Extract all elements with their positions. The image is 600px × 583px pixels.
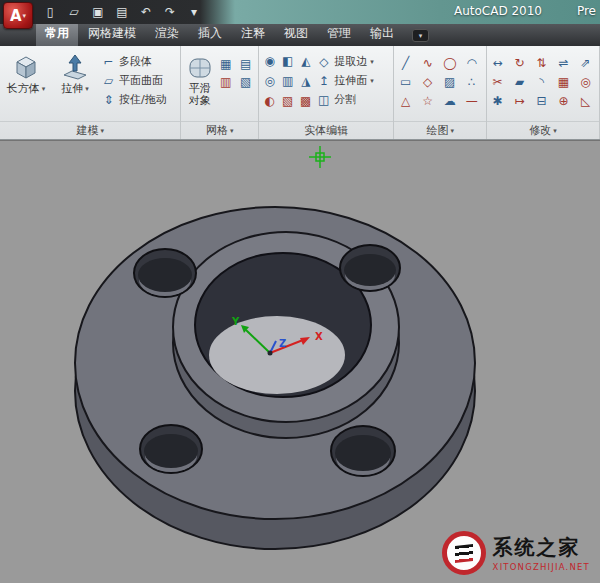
planar-surface-button[interactable]: ▱ 平面曲面 bbox=[101, 73, 167, 88]
box-icon bbox=[11, 51, 41, 83]
tab-mesh-modeling[interactable]: 网格建模 bbox=[79, 22, 145, 46]
tab-view[interactable]: 视图 bbox=[275, 22, 317, 46]
plot-icon[interactable]: ▤ bbox=[114, 3, 130, 20]
extrude-icon bbox=[60, 51, 90, 83]
box-button-label: 长方体 bbox=[7, 83, 40, 95]
explode-icon[interactable]: ✱ bbox=[490, 93, 505, 108]
presspull-button[interactable]: ⇕ 按住/拖动 bbox=[101, 92, 167, 107]
chevron-down-icon: ▾ bbox=[370, 77, 374, 85]
svg-text:Y: Y bbox=[231, 316, 240, 327]
panel-mesh: 平滑 对象 ▦ ▤ ▥ ▧ 网格 ▾ bbox=[181, 46, 259, 139]
separate-icon: ◫ bbox=[316, 92, 331, 107]
hatch-icon[interactable]: ▨ bbox=[442, 74, 457, 89]
subtract-icon[interactable]: ◎ bbox=[262, 73, 277, 88]
undo-icon[interactable]: ↶ bbox=[138, 3, 154, 20]
panel-title-modeling[interactable]: 建模 ▾ bbox=[0, 121, 180, 138]
line-icon[interactable]: ╱ bbox=[398, 55, 413, 70]
extrude-faces-icon: ↥ bbox=[316, 73, 331, 88]
thicken-icon[interactable]: ▥ bbox=[280, 73, 295, 88]
ribbon-minimize-button[interactable]: ▾ bbox=[412, 29, 429, 42]
mesh-refine-icon[interactable]: ▥ bbox=[218, 74, 233, 89]
open-file-icon[interactable]: ▱ bbox=[66, 3, 82, 20]
shell-icon[interactable]: ▩ bbox=[298, 93, 313, 108]
extrude-button[interactable]: 拉伸 ▾ bbox=[52, 48, 98, 95]
mesh-smooth-more-icon[interactable]: ▦ bbox=[218, 56, 233, 71]
extrude-faces-button[interactable]: ↥ 拉伸面 ▾ bbox=[316, 73, 374, 88]
polygon-icon[interactable]: ◇ bbox=[420, 74, 435, 89]
tab-render[interactable]: 渲染 bbox=[146, 22, 188, 46]
extend-icon[interactable]: ↦ bbox=[512, 93, 527, 108]
panel-title-solid-editing[interactable]: 实体编辑 bbox=[259, 121, 393, 138]
arc-icon[interactable]: ◠ bbox=[464, 55, 479, 70]
panel-title-modify[interactable]: 修改 ▾ bbox=[487, 121, 599, 138]
trim-icon[interactable]: ✂ bbox=[490, 74, 505, 89]
window-title-suffix: Pre bbox=[577, 4, 596, 18]
fillet-icon[interactable]: ◝ bbox=[534, 74, 549, 89]
mesh-smooth-less-icon[interactable]: ▤ bbox=[238, 56, 253, 71]
qat-dropdown-icon[interactable]: ▾ bbox=[186, 3, 202, 20]
svg-text:X: X bbox=[315, 331, 323, 342]
rotate-icon[interactable]: ↻ bbox=[512, 55, 527, 70]
interfere-icon[interactable]: ▧ bbox=[280, 93, 295, 108]
break-icon[interactable]: ⊟ bbox=[534, 93, 549, 108]
mesh-crease-icon[interactable]: ▧ bbox=[238, 74, 253, 89]
star-icon[interactable]: ☆ bbox=[420, 93, 435, 108]
array-icon[interactable]: ▦ bbox=[556, 74, 571, 89]
tab-annotate[interactable]: 注释 bbox=[232, 22, 274, 46]
tab-home[interactable]: 常用 bbox=[36, 22, 78, 46]
point-icon[interactable]: ∴ bbox=[464, 74, 479, 89]
extract-edges-button[interactable]: ◇ 提取边 ▾ bbox=[316, 54, 374, 69]
new-file-icon[interactable]: ▯ bbox=[42, 3, 58, 20]
extract-edges-icon: ◇ bbox=[316, 54, 331, 69]
crosshair-icon bbox=[309, 146, 331, 168]
save-file-icon[interactable]: ▣ bbox=[90, 3, 106, 20]
tab-output[interactable]: 输出 bbox=[361, 22, 403, 46]
ribbon: 长方体 ▾ 拉伸 ▾ bbox=[0, 46, 600, 140]
tab-insert[interactable]: 插入 bbox=[189, 22, 231, 46]
panel-title-mesh[interactable]: 网格 ▾ bbox=[181, 121, 258, 138]
triangle-icon[interactable]: △ bbox=[398, 93, 413, 108]
separate-button[interactable]: ◫ 分割 bbox=[316, 92, 374, 107]
rectangle-icon[interactable]: ▭ bbox=[398, 74, 413, 89]
stretch-icon[interactable]: ⇅ bbox=[534, 55, 549, 70]
move-icon[interactable]: ↔ bbox=[490, 55, 505, 70]
circle-icon[interactable]: ◯ bbox=[442, 55, 457, 70]
bolt-hole-bottom-right bbox=[331, 426, 395, 476]
redo-icon[interactable]: ↷ bbox=[162, 3, 178, 20]
chevron-down-icon: ▾ bbox=[553, 127, 557, 135]
tab-manage[interactable]: 管理 bbox=[318, 22, 360, 46]
panel-title-draw[interactable]: 绘图 ▾ bbox=[394, 121, 486, 138]
chamfer-icon[interactable]: ◺ bbox=[578, 93, 593, 108]
box-button[interactable]: 长方体 ▾ bbox=[3, 48, 49, 95]
app-menu-button[interactable]: A ▾ bbox=[3, 2, 33, 29]
scale-icon[interactable]: ⇗ bbox=[578, 55, 593, 70]
revcloud-icon[interactable]: ☁ bbox=[442, 93, 457, 108]
presspull-label: 按住/拖动 bbox=[119, 92, 167, 107]
planar-surface-label: 平面曲面 bbox=[119, 73, 163, 88]
intersect-icon[interactable]: ◐ bbox=[262, 93, 277, 108]
window-title: AutoCAD 2010 bbox=[454, 4, 542, 18]
imprint-icon[interactable]: ◭ bbox=[298, 53, 313, 68]
panel-modeling: 长方体 ▾ 拉伸 ▾ bbox=[0, 46, 181, 139]
offset-icon[interactable]: ◎ bbox=[578, 74, 593, 89]
app-logo: A bbox=[10, 7, 22, 25]
spline-icon[interactable]: ∿ bbox=[420, 55, 435, 70]
erase-icon[interactable]: ▰ bbox=[512, 74, 527, 89]
polysolid-label: 多段体 bbox=[119, 54, 152, 69]
flange-model[interactable] bbox=[75, 207, 475, 549]
smooth-object-button[interactable]: 平滑 对象 bbox=[184, 48, 215, 107]
chevron-down-icon: ▾ bbox=[42, 83, 46, 95]
extrude-faces-label: 拉伸面 bbox=[334, 73, 367, 88]
union-icon[interactable]: ◉ bbox=[262, 53, 277, 68]
polysolid-button[interactable]: ⌐ 多段体 bbox=[101, 54, 167, 69]
slice-icon[interactable]: ◧ bbox=[280, 53, 295, 68]
construction-line-icon[interactable]: — bbox=[464, 93, 479, 108]
join-icon[interactable]: ⊕ bbox=[556, 93, 571, 108]
panel-draw: ╱ ∿ ◯ ◠ ▭ ◇ ▨ ∴ △ ☆ ☁ — 绘图 ▾ bbox=[394, 46, 487, 139]
viewport[interactable]: X Y Z 系统之家 XITONGZHIJIA.NET bbox=[0, 140, 600, 583]
mirror-icon[interactable]: ⇌ bbox=[556, 55, 571, 70]
autocad-window: A ▾ ▯ ▱ ▣ ▤ ↶ ↷ ▾ AutoCAD 2010 Pre 常用 网格… bbox=[0, 0, 600, 583]
extract-edges-label: 提取边 bbox=[334, 54, 367, 69]
clean-icon[interactable]: ◮ bbox=[298, 73, 313, 88]
bolt-hole-top-right bbox=[340, 245, 400, 291]
